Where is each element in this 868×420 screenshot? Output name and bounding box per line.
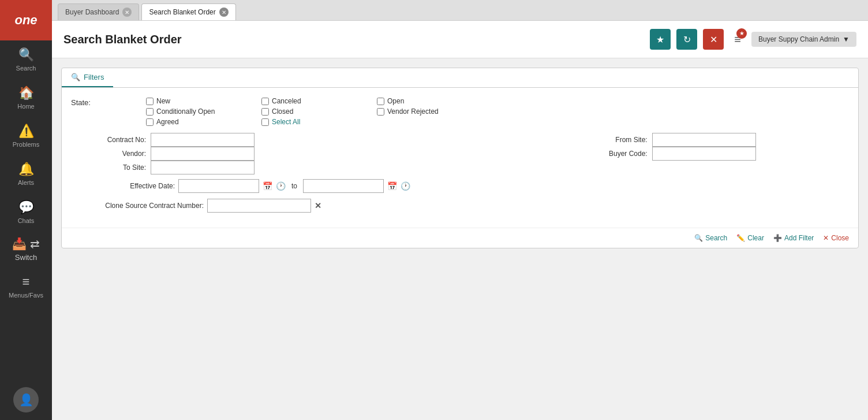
close-icon: ✕ bbox=[823, 234, 829, 242]
checkbox-canceled-input[interactable] bbox=[261, 98, 269, 105]
effective-date-label: Effective Date: bbox=[71, 182, 175, 190]
clear-link[interactable]: ✏️ Clear bbox=[736, 234, 764, 242]
checkbox-new-input[interactable] bbox=[146, 98, 154, 105]
menu-button[interactable]: ≡ ★ bbox=[729, 31, 746, 49]
filters-body: State: New Conditionally Open bbox=[62, 88, 858, 228]
chat-icon: 💬 bbox=[18, 200, 34, 215]
page-title: Search Blanket Order bbox=[63, 33, 182, 46]
checkbox-vendor-rejected[interactable]: Vendor Rejected bbox=[377, 107, 492, 116]
refresh-button[interactable]: ↻ bbox=[676, 29, 697, 50]
to-site-label: To Site: bbox=[71, 163, 146, 172]
tab-search-blanket-order[interactable]: Search Blanket Order ✕ bbox=[141, 3, 235, 20]
checkbox-agreed-input[interactable] bbox=[146, 118, 154, 126]
sidebar-item-alerts[interactable]: 🔔 Alerts bbox=[0, 155, 52, 193]
effective-date-from-input[interactable] bbox=[178, 179, 259, 193]
to-site-input[interactable] bbox=[151, 161, 255, 174]
add-filter-link[interactable]: ➕ Add Filter bbox=[773, 234, 814, 242]
search-link[interactable]: 🔍 Search bbox=[694, 234, 727, 242]
page-header: Search Blanket Order ★ ↻ ✕ ≡ ★ Buyer Sup… bbox=[52, 21, 868, 58]
avatar-image: 👤 bbox=[13, 387, 39, 412]
checkbox-open[interactable]: Open bbox=[377, 97, 492, 105]
search-icon: 🔍 bbox=[18, 47, 34, 62]
effective-date-to-input[interactable] bbox=[303, 179, 384, 193]
favorite-button[interactable]: ★ bbox=[650, 29, 671, 50]
from-site-label: From Site: bbox=[590, 136, 648, 144]
calendar-to-icon[interactable]: 📅 bbox=[387, 181, 397, 191]
state-row: State: New Conditionally Open bbox=[71, 97, 849, 126]
clone-input[interactable] bbox=[207, 199, 311, 213]
buyer-code-input[interactable] bbox=[652, 147, 756, 161]
sidebar-item-problems[interactable]: ⚠️ Problems bbox=[0, 117, 52, 155]
checkbox-closed[interactable]: Closed bbox=[261, 107, 377, 116]
notification-badge: ★ bbox=[736, 28, 747, 39]
sidebar-item-switch[interactable]: 📥 ⇄ Switch bbox=[0, 231, 52, 267]
clock-from-icon[interactable]: 🕐 bbox=[276, 181, 286, 191]
menu-icon: ≡ bbox=[23, 274, 30, 289]
to-site-cell: To Site: bbox=[71, 161, 330, 174]
calendar-from-icon[interactable]: 📅 bbox=[263, 181, 272, 191]
state-checkboxes: New Conditionally Open Agreed bbox=[146, 97, 849, 126]
close-page-button[interactable]: ✕ bbox=[703, 29, 724, 50]
filter-footer: 🔍 Search ✏️ Clear ➕ Add Filter ✕ Close bbox=[62, 228, 858, 248]
clone-clear-button[interactable]: ✕ bbox=[315, 201, 321, 210]
sidebar-item-search[interactable]: 🔍 Search bbox=[0, 40, 52, 79]
buyer-code-label: Buyer Code: bbox=[590, 150, 648, 158]
dropdown-arrow-icon: ▼ bbox=[843, 35, 850, 43]
checkbox-agreed[interactable]: Agreed bbox=[146, 118, 261, 126]
state-col-1: New Conditionally Open Agreed bbox=[146, 97, 261, 126]
buyer-code-cell: Buyer Code: bbox=[590, 147, 849, 161]
state-col-3: Open Vendor Rejected bbox=[377, 97, 492, 126]
vendor-cell: Vendor: bbox=[71, 147, 330, 161]
inbox-icon: 📥 bbox=[12, 237, 27, 251]
filter-icon: 🔍 bbox=[71, 73, 80, 81]
checkbox-select-all-input[interactable] bbox=[261, 118, 269, 126]
filters-panel: 🔍 Filters State: New bbox=[61, 68, 859, 248]
warning-icon: ⚠️ bbox=[18, 124, 34, 139]
tab-close-search-blanket-order[interactable]: ✕ bbox=[219, 8, 229, 17]
content-area: 🔍 Filters State: New bbox=[52, 58, 868, 420]
checkbox-open-input[interactable] bbox=[377, 98, 384, 105]
home-icon: 🏠 bbox=[18, 86, 34, 101]
clone-row: Clone Source Contract Number: ✕ bbox=[71, 199, 849, 213]
checkbox-canceled[interactable]: Canceled bbox=[261, 97, 377, 105]
checkbox-vendor-rejected-input[interactable] bbox=[377, 108, 384, 116]
filters-tab[interactable]: 🔍 Filters bbox=[62, 68, 113, 87]
state-label: State: bbox=[71, 97, 146, 107]
checkbox-new[interactable]: New bbox=[146, 97, 261, 105]
main-content: Buyer Dashboard ✕ Search Blanket Order ✕… bbox=[52, 0, 868, 420]
app-logo[interactable]: one bbox=[0, 0, 52, 40]
tab-close-buyer-dashboard[interactable]: ✕ bbox=[122, 8, 132, 17]
sidebar-item-menus[interactable]: ≡ Menus/Favs bbox=[0, 267, 52, 306]
contract-no-input[interactable] bbox=[151, 133, 255, 147]
clone-label: Clone Source Contract Number: bbox=[71, 202, 204, 210]
form-grid: Contract No: From Site: Vendor: bbox=[71, 133, 849, 174]
contract-no-cell: Contract No: bbox=[71, 133, 330, 147]
checkbox-closed-input[interactable] bbox=[261, 108, 269, 116]
to-separator: to bbox=[289, 182, 300, 190]
vendor-label: Vendor: bbox=[71, 150, 146, 158]
close-filter-link[interactable]: ✕ Close bbox=[823, 234, 849, 242]
clear-icon: ✏️ bbox=[736, 234, 745, 242]
header-actions: ★ ↻ ✕ ≡ ★ Buyer Suppy Chain Admin ▼ bbox=[650, 29, 856, 50]
checkbox-select-all[interactable]: Select All bbox=[261, 118, 377, 126]
sidebar-item-home[interactable]: 🏠 Home bbox=[0, 79, 52, 117]
sidebar: one 🔍 Search 🏠 Home ⚠️ Problems 🔔 Alerts… bbox=[0, 0, 52, 420]
contract-no-label: Contract No: bbox=[71, 136, 146, 144]
search-link-icon: 🔍 bbox=[694, 234, 703, 242]
filters-tab-header: 🔍 Filters bbox=[62, 68, 858, 88]
sidebar-item-chats[interactable]: 💬 Chats bbox=[0, 193, 52, 231]
switch-icon: ⇄ bbox=[30, 237, 40, 251]
from-site-input[interactable] bbox=[652, 133, 756, 147]
add-icon: ➕ bbox=[773, 234, 782, 242]
from-site-cell: From Site: bbox=[590, 133, 849, 147]
checkbox-conditionally-open[interactable]: Conditionally Open bbox=[146, 107, 261, 116]
tab-buyer-dashboard[interactable]: Buyer Dashboard ✕ bbox=[58, 3, 139, 20]
clock-to-icon[interactable]: 🕐 bbox=[401, 181, 410, 191]
vendor-input[interactable] bbox=[151, 147, 255, 161]
checkbox-cond-open-input[interactable] bbox=[146, 108, 154, 116]
state-col-2: Canceled Closed Select All bbox=[261, 97, 377, 126]
user-avatar[interactable]: 👤 bbox=[0, 380, 52, 420]
user-dropdown[interactable]: Buyer Suppy Chain Admin ▼ bbox=[751, 32, 856, 47]
bell-icon: 🔔 bbox=[18, 162, 34, 177]
tab-bar: Buyer Dashboard ✕ Search Blanket Order ✕ bbox=[52, 0, 868, 21]
